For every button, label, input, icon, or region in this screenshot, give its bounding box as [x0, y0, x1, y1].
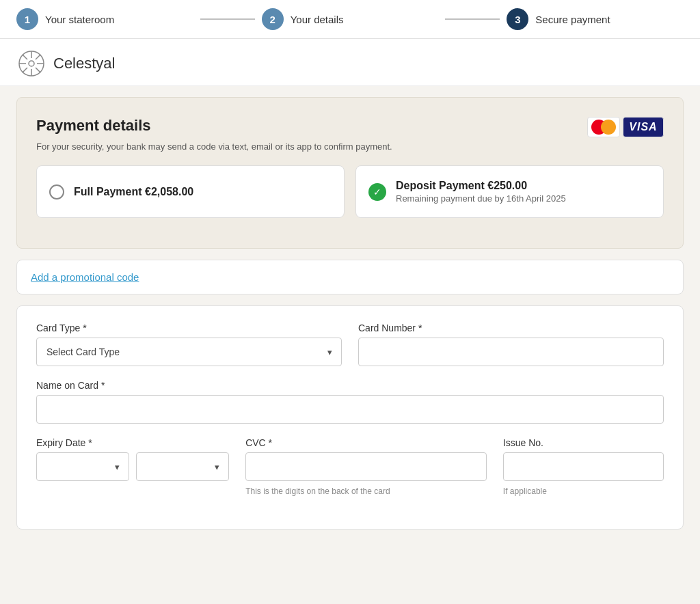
issue-no-label: Issue No.: [503, 437, 664, 448]
card-type-label: Card Type *: [36, 322, 342, 333]
expiry-year-select[interactable]: 20252026 20272028 20292030: [136, 452, 229, 481]
step-2-number: 2: [262, 8, 284, 30]
issue-no-hint: If applicable: [503, 486, 664, 496]
cvc-input[interactable]: [245, 452, 487, 481]
step-1: 1 Your stateroom: [16, 8, 193, 30]
cvc-hint: This is the digits on the back of the ca…: [245, 486, 487, 496]
deposit-payment-text: Deposit Payment €250.00 Remaining paymen…: [396, 180, 566, 204]
promo-link[interactable]: Add a promotional code: [31, 271, 139, 283]
expiry-month-select[interactable]: 0102 0304 0506 0708 0910 1112: [36, 452, 129, 481]
logo-header: Celestyal: [0, 39, 700, 86]
expiry-date-group: Expiry Date * 0102 0304 0506 0708 0910 1…: [36, 437, 229, 496]
name-on-card-label: Name on Card *: [36, 380, 664, 391]
step-3: 3 Secure payment: [507, 8, 684, 30]
payment-details-title: Payment details: [36, 117, 151, 135]
svg-line-7: [36, 55, 40, 59]
step-1-number: 1: [16, 8, 38, 30]
svg-point-9: [29, 61, 34, 66]
mastercard-logo: [587, 117, 620, 137]
mc-circles: [591, 120, 616, 135]
card-number-group: Card Number *: [358, 322, 664, 366]
step-1-label: Your stateroom: [45, 14, 114, 25]
full-payment-radio[interactable]: [49, 184, 64, 200]
payment-options: Full Payment €2,058.00 ✓ Deposit Payment…: [36, 165, 664, 218]
deposit-payment-check: ✓: [368, 183, 386, 201]
step-connector-2: [445, 18, 500, 20]
expiry-month-wrapper: 0102 0304 0506 0708 0910 1112 ▾: [36, 452, 129, 481]
cvc-label: CVC *: [245, 437, 487, 448]
deposit-payment-title: Deposit Payment €250.00: [396, 180, 566, 192]
full-payment-title: Full Payment €2,058.00: [74, 186, 193, 198]
promo-section: Add a promotional code: [16, 260, 684, 294]
expiry-dropdowns: 0102 0304 0506 0708 0910 1112 ▾ 20252026: [36, 452, 229, 481]
issue-no-input[interactable]: [503, 452, 664, 481]
step-2-label: Your details: [291, 14, 344, 25]
step-3-label: Secure payment: [535, 14, 610, 25]
card-logos: VISA: [587, 117, 664, 137]
visa-text: VISA: [629, 121, 657, 133]
expiry-cvc-issue-row: Expiry Date * 0102 0304 0506 0708 0910 1…: [36, 437, 664, 496]
card-number-input[interactable]: [358, 338, 664, 366]
cvc-group: CVC * This is the digits on the back of …: [245, 437, 487, 496]
step-2: 2 Your details: [262, 8, 439, 30]
card-type-select-wrapper: Select Card Type Visa MasterCard America…: [36, 338, 342, 366]
step-connector-1: [200, 18, 255, 20]
deposit-payment-option[interactable]: ✓ Deposit Payment €250.00 Remaining paym…: [355, 165, 664, 218]
full-payment-option[interactable]: Full Payment €2,058.00: [36, 165, 345, 218]
progress-bar: 1 Your stateroom 2 Your details 3 Secure…: [0, 0, 700, 39]
card-type-number-row: Card Type * Select Card Type Visa Master…: [36, 322, 664, 366]
celestyal-logo-icon: [16, 49, 46, 79]
deposit-payment-subtitle: Remaining payment due by 16th April 2025: [396, 193, 566, 204]
name-on-card-group: Name on Card *: [36, 380, 664, 424]
visa-logo: VISA: [623, 117, 664, 137]
name-on-card-input[interactable]: [36, 395, 664, 424]
svg-line-8: [23, 68, 27, 72]
payment-card-header: Payment details VISA: [36, 117, 664, 137]
expiry-date-label: Expiry Date *: [36, 437, 229, 448]
mc-orange-circle: [601, 120, 616, 135]
step-3-number: 3: [507, 8, 528, 30]
main-container: Payment details VISA For your security, …: [0, 86, 700, 604]
card-number-label: Card Number *: [358, 322, 664, 333]
payment-details-card: Payment details VISA For your security, …: [16, 97, 684, 249]
payment-security-text: For your security, your bank may send a …: [36, 141, 664, 152]
full-payment-text: Full Payment €2,058.00: [74, 186, 193, 198]
card-type-group: Card Type * Select Card Type Visa Master…: [36, 322, 342, 366]
card-form-section: Card Type * Select Card Type Visa Master…: [16, 305, 684, 530]
logo-text: Celestyal: [53, 55, 115, 72]
svg-line-6: [36, 68, 40, 72]
issue-no-group: Issue No. If applicable: [503, 437, 664, 496]
card-type-select[interactable]: Select Card Type Visa MasterCard America…: [36, 338, 342, 366]
expiry-year-wrapper: 20252026 20272028 20292030 ▾: [136, 452, 229, 481]
svg-line-5: [23, 55, 27, 59]
